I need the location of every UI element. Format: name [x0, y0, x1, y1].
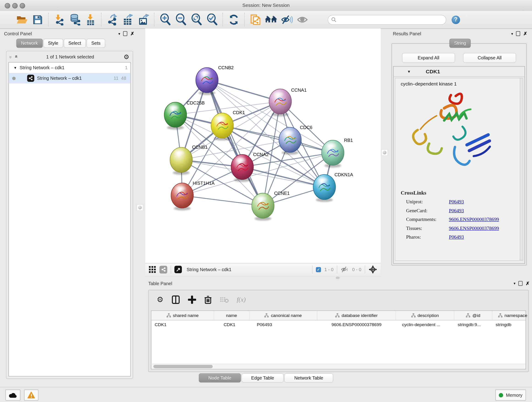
panel-close-icon[interactable]: ✗	[523, 31, 527, 36]
panel-float-icon[interactable]	[516, 31, 520, 36]
column-header[interactable]: canonical name	[249, 311, 317, 320]
current-network-name: String Network – cdk1	[186, 267, 231, 272]
export-network-button[interactable]	[104, 13, 120, 27]
network-node-CDKN1A[interactable]	[313, 174, 336, 202]
import-network-database-button[interactable]	[67, 13, 83, 27]
reset-view-crosshair-icon[interactable]	[368, 265, 377, 274]
main-toolbar: ?	[0, 11, 532, 29]
crosslink-genecard-link[interactable]: P06493	[449, 208, 464, 213]
collection-caret-icon[interactable]: ▼	[13, 66, 17, 70]
network-list-panel: » » 1 of 1 Network selected ⚙ ▼ String N…	[6, 51, 133, 379]
crosslinks-heading: CrossLinks	[401, 190, 520, 196]
crosslink-tissues-link[interactable]: 9606.ENSP00000378699	[449, 225, 499, 231]
svg-text:CDK1: CDK1	[233, 110, 245, 115]
network-view-statusbar: String Network – cdk1 ✓ 1 - 0 0 - 0	[145, 263, 381, 276]
tab-network[interactable]: Network	[16, 39, 43, 48]
crosslink-pharos-link[interactable]: P06493	[449, 234, 464, 240]
table-panel: ⚙ f(x) shared name	[148, 290, 529, 372]
string-share-icon[interactable]	[159, 266, 167, 274]
panel-float-icon[interactable]	[519, 281, 523, 286]
column-header[interactable]: description	[396, 311, 454, 320]
show-all-button[interactable]	[294, 13, 310, 27]
status-bar: Memory	[0, 387, 532, 402]
panel-close-icon[interactable]: ✗	[130, 31, 134, 36]
cloud-status-button[interactable]	[6, 390, 20, 400]
network-node-CCNE1[interactable]	[252, 193, 274, 221]
warnings-button[interactable]	[24, 390, 38, 400]
network-node-CCNA1[interactable]	[269, 89, 291, 116]
import-table-file-button[interactable]	[83, 13, 98, 27]
network-view-canvas[interactable]: CCNB2CCNA1CDC25BCDK1CDC6RB1CCNB1CCNA2CDK…	[145, 28, 381, 263]
network-row-selected[interactable]: String Network – cdk1 11 48	[9, 73, 130, 83]
delete-table-icon	[220, 296, 229, 303]
results-scrollbar[interactable]	[520, 78, 523, 261]
network-node-CCNB1[interactable]	[170, 147, 192, 175]
apply-layout-button[interactable]	[226, 13, 241, 27]
table-row[interactable]: CDK1 CDK1 P06493 9606.ENSP00000378699 cy…	[151, 320, 525, 329]
network-node-RB1[interactable]	[322, 140, 344, 168]
collapse-all-button[interactable]: Collapse All	[463, 53, 516, 63]
tab-style[interactable]: Style	[43, 39, 63, 48]
svg-text:CCNB1: CCNB1	[192, 145, 208, 150]
delete-column-trash-icon[interactable]	[204, 295, 212, 304]
tab-sets[interactable]: Sets	[87, 39, 105, 48]
window-title: Session: New Session	[0, 2, 532, 8]
zoom-out-button[interactable]	[173, 13, 189, 27]
column-header[interactable]: namespace	[492, 311, 532, 320]
selected-checkbox-icon[interactable]: ✓	[316, 267, 321, 272]
column-header[interactable]: name	[214, 311, 249, 320]
expand-all-icon[interactable]: »	[13, 56, 19, 58]
open-in-browser-icon[interactable]	[174, 266, 182, 274]
network-collection-row[interactable]: ▼ String Network – cdk1 1	[9, 62, 130, 73]
tab-network-table[interactable]: Network Table	[284, 373, 333, 383]
column-header[interactable]: @id	[454, 311, 492, 320]
network-node-HIST1H1A[interactable]	[171, 183, 193, 211]
tab-select[interactable]: Select	[64, 39, 86, 48]
table-header-row: shared name name canonical name database…	[151, 311, 525, 320]
hide-selected-button[interactable]	[279, 13, 294, 27]
expand-all-button[interactable]: Expand All	[402, 53, 455, 63]
help-button[interactable]: ?	[452, 15, 460, 24]
bottom-splitter-handle[interactable]	[336, 277, 340, 279]
zoom-selected-button[interactable]	[204, 13, 220, 27]
left-splitter-handle[interactable]	[137, 204, 143, 211]
export-table-button[interactable]	[120, 13, 136, 27]
network-options-gear-icon[interactable]: ⚙	[123, 53, 129, 60]
network-status-dot	[12, 77, 16, 80]
zoom-in-button[interactable]	[157, 13, 173, 27]
table-options-gear-icon[interactable]: ⚙	[157, 296, 163, 303]
export-image-button[interactable]	[136, 13, 151, 27]
network-node-CDC25B[interactable]	[164, 102, 187, 130]
show-columns-icon[interactable]	[172, 295, 180, 304]
add-column-icon[interactable]	[188, 296, 196, 304]
share-network-icon	[56, 19, 63, 26]
column-flow-icon	[264, 313, 269, 318]
tab-node-table[interactable]: Node Table	[199, 373, 241, 383]
crosslink-uniprot-link[interactable]: P06493	[449, 199, 464, 205]
zoom-fit-button[interactable]	[189, 13, 204, 27]
right-splitter-handle[interactable]	[381, 149, 388, 156]
search-input[interactable]	[336, 17, 446, 22]
column-header[interactable]: shared name	[151, 311, 214, 320]
table-horizontal-scrollbar[interactable]	[151, 364, 525, 369]
panel-menu-icon[interactable]: ▾	[511, 32, 513, 36]
import-network-file-button[interactable]	[51, 13, 67, 27]
memory-button[interactable]: Memory	[495, 390, 526, 400]
panel-float-icon[interactable]	[123, 31, 127, 36]
network-selection-status: 1 of 1 Network selected	[19, 54, 121, 59]
crosslink-compartments-link[interactable]: 9606.ENSP00000378699	[449, 217, 499, 222]
collection-count: 1	[125, 65, 128, 70]
open-session-button[interactable]	[14, 13, 30, 27]
birds-eye-grid-icon[interactable]	[149, 266, 156, 274]
column-header[interactable]: database identifier	[317, 311, 396, 320]
save-session-button[interactable]	[30, 13, 45, 27]
entry-caret-icon[interactable]: ▼	[407, 70, 411, 74]
tab-string[interactable]: String	[449, 39, 471, 48]
panel-menu-icon[interactable]: ▾	[514, 281, 515, 286]
panel-close-icon[interactable]: ✗	[526, 281, 530, 286]
tab-edge-table[interactable]: Edge Table	[241, 373, 284, 383]
first-neighbors-button[interactable]	[263, 13, 279, 27]
annotation-mode-button[interactable]	[248, 13, 263, 27]
panel-menu-icon[interactable]: ▾	[118, 32, 120, 36]
network-node-CCNB2[interactable]	[196, 68, 218, 95]
